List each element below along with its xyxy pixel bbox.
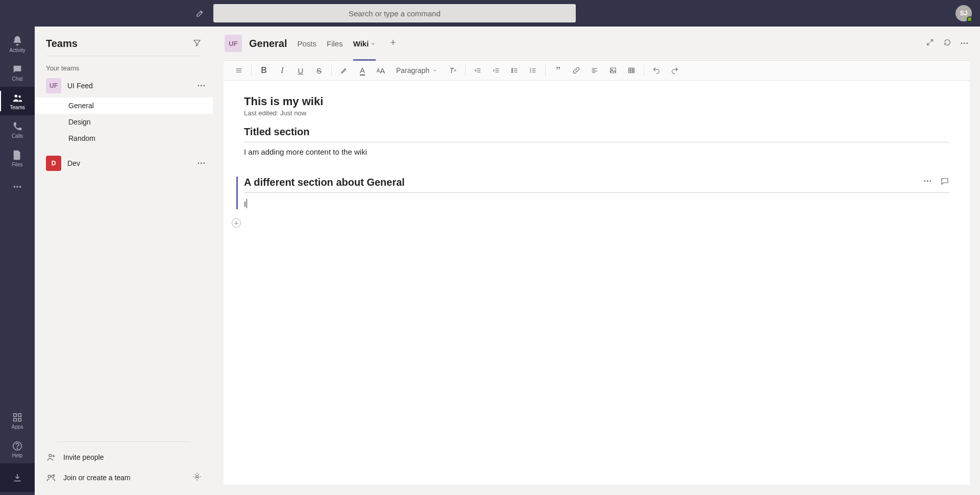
svg-point-17 [512,71,513,72]
hamburger-icon[interactable] [231,63,247,78]
svg-point-16 [512,70,513,71]
add-section-button[interactable]: + [232,218,241,228]
underline-button[interactable]: U [292,63,309,78]
svg-point-1 [18,95,20,97]
rail-download[interactable] [0,463,35,492]
content-area: UF General Posts Files Wiki ··· [213,27,980,495]
svg-point-0 [15,94,18,97]
rail-teams[interactable]: Teams [0,87,35,115]
redo-button[interactable] [667,63,683,78]
filter-icon[interactable] [192,38,202,50]
table-button[interactable] [623,63,640,78]
wiki-section-body[interactable]: I am adding more content to the wiki [244,147,949,156]
bullet-list-button[interactable] [506,63,523,78]
rail-help[interactable]: Help [0,435,35,463]
team-row-ui-feed[interactable]: UF UI Feed ··· [35,74,213,97]
team-name: UI Feed [67,82,191,90]
numbered-list-button[interactable]: 123 [525,63,541,78]
svg-point-11 [49,454,52,457]
svg-text:3: 3 [530,71,531,73]
search-input[interactable] [213,4,576,22]
text-cursor [247,199,247,208]
formatting-toolbar: B I U S A AA Paragraph T× 123 ” [224,60,970,81]
font-color-button[interactable]: A [354,63,371,78]
strikethrough-button[interactable]: S [311,63,327,78]
sidebar-section-label: Your teams [35,61,213,74]
section-divider [244,192,949,193]
add-tab-button[interactable] [389,38,397,48]
wiki-page-title[interactable]: This is my wiki [244,95,949,108]
highlight-button[interactable] [336,63,352,78]
svg-point-14 [196,476,199,478]
wiki-section-title[interactable]: Titled section [244,126,949,138]
outdent-button[interactable] [470,63,486,78]
svg-point-2 [14,186,16,188]
svg-point-13 [52,475,54,478]
channel-header: UF General Posts Files Wiki ··· [213,27,980,60]
indent-button[interactable] [488,63,504,78]
svg-rect-6 [18,413,21,416]
rail-files[interactable]: Files [0,144,35,172]
section-divider [244,142,949,142]
channel-title: General [249,38,287,50]
channel-general[interactable]: General [35,97,213,114]
section-comment-icon[interactable] [940,177,949,188]
rail-calls[interactable]: Calls [0,115,35,144]
channel-design[interactable]: Design [35,114,213,130]
rail-more[interactable] [0,172,35,201]
user-initials: SJ [960,10,968,17]
tab-files[interactable]: Files [327,27,343,60]
more-icon[interactable]: ··· [961,39,969,48]
team-avatar: UF [46,78,61,93]
invite-people-button[interactable]: Invite people [46,447,202,467]
quote-button[interactable]: ” [550,63,566,78]
chevron-down-icon [371,39,376,48]
tab-wiki[interactable]: Wiki [353,27,376,60]
teams-sidebar: Teams Your teams UF UI Feed ··· General … [35,27,213,495]
align-button[interactable] [586,63,603,78]
svg-rect-23 [629,68,634,72]
team-name: Dev [67,159,191,167]
rail-apps[interactable]: Apps [0,406,35,435]
svg-point-12 [48,475,51,478]
svg-point-3 [16,186,18,188]
title-bar: SJ [0,0,980,27]
wiki-section-title[interactable]: A different section about General [244,177,949,188]
image-button[interactable] [605,63,621,78]
paragraph-style-dropdown[interactable]: Paragraph [391,66,443,75]
presence-indicator [967,16,972,22]
undo-button[interactable] [648,63,665,78]
wiki-section-body[interactable]: I [244,198,949,209]
svg-rect-8 [18,418,21,421]
refresh-icon[interactable] [943,38,951,48]
svg-point-4 [19,186,21,188]
channel-avatar: UF [225,35,242,52]
compose-button[interactable] [194,7,206,19]
svg-point-10 [17,448,17,448]
clear-formatting-button[interactable]: T× [445,63,461,78]
expand-icon[interactable] [926,38,934,48]
svg-rect-21 [610,68,616,72]
user-avatar[interactable]: SJ [955,5,972,21]
team-row-dev[interactable]: D Dev ··· [35,152,213,175]
italic-button[interactable]: I [274,63,290,78]
sidebar-title: Teams [46,38,78,50]
channel-random[interactable]: Random [35,130,213,146]
team-more-icon[interactable]: ··· [198,159,206,168]
font-size-button[interactable]: AA [373,63,389,78]
app-rail: Activity Chat Teams Calls Files Apps [0,27,35,495]
section-more-icon[interactable]: ··· [924,177,932,188]
svg-rect-7 [14,418,17,421]
svg-rect-5 [14,413,17,416]
bold-button[interactable]: B [256,63,272,78]
wiki-last-edited: Last edited: Just now [244,109,949,117]
rail-chat[interactable]: Chat [0,58,35,87]
link-button[interactable] [568,63,584,78]
wiki-active-section[interactable]: ··· A different section about General I [236,177,949,209]
settings-gear-icon[interactable] [192,472,202,483]
wiki-editor[interactable]: This is my wiki Last edited: Just now Ti… [224,81,970,485]
team-more-icon[interactable]: ··· [198,81,206,90]
rail-activity[interactable]: Activity [0,30,35,58]
join-create-team-button[interactable]: Join or create a team [46,467,131,488]
tab-posts[interactable]: Posts [297,27,316,60]
